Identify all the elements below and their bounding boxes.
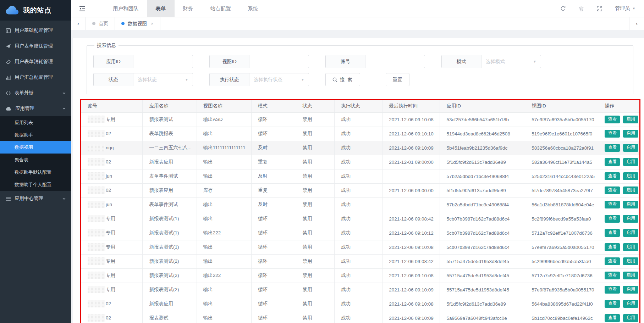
table-row-5: 02新报表应用库存重复禁用成功2021-12-06 09:00:005f1d5f… <box>81 183 639 197</box>
enable-button[interactable]: 启用 <box>623 201 638 208</box>
view-button[interactable]: 查看 <box>605 158 620 166</box>
cell-account: 02 <box>81 311 143 323</box>
cell-view-id: 583256e60cbca18a272a0f91 <box>525 141 598 155</box>
cell-view-name: 输出 <box>197 169 251 183</box>
nav-tab-3[interactable]: 站点配置 <box>202 0 240 17</box>
nav-tab-0[interactable]: 用户和团队 <box>104 0 147 17</box>
text-input[interactable] <box>249 55 309 68</box>
sidebar-item-6[interactable]: 应用中心管理 <box>0 191 71 206</box>
eraser-icon <box>6 59 11 65</box>
view-button[interactable]: 查看 <box>605 300 620 308</box>
sidebar-item-label: 用户汇总配置管理 <box>15 74 53 80</box>
enable-button[interactable]: 启用 <box>623 272 638 279</box>
enable-button[interactable]: 启用 <box>623 172 638 180</box>
input-field-应用ID[interactable]: 应用ID <box>93 55 193 68</box>
input-field-视图ID[interactable]: 视图ID <box>209 55 309 68</box>
sidebar-item-2[interactable]: 用户表单消耗管理 <box>0 54 71 69</box>
view-button[interactable]: 查看 <box>605 186 620 194</box>
search-panel-title: 搜索信息 <box>94 42 119 49</box>
reset-button[interactable]: 重置 <box>386 73 409 86</box>
sidebar-subitem-2[interactable]: 数据视图 <box>0 141 71 154</box>
cell-app-id: 55715a475de5d1953d8def45 <box>440 268 525 283</box>
enable-button[interactable]: 启用 <box>623 144 638 152</box>
cell-app-name: 新报表测试 <box>143 112 197 127</box>
user-menu[interactable]: 管理员 ▼ <box>615 5 635 12</box>
enable-button[interactable]: 启用 <box>623 130 638 138</box>
enable-button[interactable]: 启用 <box>623 257 638 265</box>
redacted-block <box>88 257 105 265</box>
cell-account: 专用 <box>81 212 143 226</box>
text-input[interactable] <box>365 55 425 68</box>
view-button[interactable]: 查看 <box>605 116 620 123</box>
cell-mode: 循环 <box>251 254 296 268</box>
refresh-icon[interactable] <box>560 6 566 11</box>
nav-tab-4[interactable]: 系统 <box>240 0 267 17</box>
sidebar-item-1[interactable]: 用户表单赠送管理 <box>0 38 71 54</box>
close-icon[interactable]: × <box>151 21 154 26</box>
cell-account: 02 <box>81 297 143 311</box>
cell-last-time: 2021-12-06 09:10:09 <box>382 311 440 323</box>
tabs-scroll-left-icon[interactable]: ‹ <box>71 17 86 30</box>
enable-button[interactable]: 启用 <box>623 186 638 194</box>
select-value[interactable]: 选择执行状态▼ <box>249 73 309 86</box>
page-tab-1[interactable]: 数据视图× <box>115 17 160 30</box>
enable-button[interactable]: 启用 <box>623 243 638 251</box>
view-button[interactable]: 查看 <box>605 201 620 208</box>
sidebar-item-4[interactable]: 表单外链 <box>0 85 71 101</box>
enable-button[interactable]: 启用 <box>623 314 638 322</box>
cell-app-id: 5f1d5fc9f2d613c7add36e89 <box>440 297 525 311</box>
view-button[interactable]: 查看 <box>605 243 620 251</box>
enable-button[interactable]: 启用 <box>623 116 638 123</box>
sidebar-subitem-0[interactable]: 应用列表 <box>0 116 71 129</box>
enable-button[interactable]: 启用 <box>623 300 638 308</box>
cell-exec-status: 成功 <box>334 197 382 212</box>
select-value[interactable]: 选择状态▼ <box>133 73 193 86</box>
enable-button[interactable]: 启用 <box>623 158 638 166</box>
sidebar-subitem-1[interactable]: 数据助手 <box>0 129 71 141</box>
redacted-block <box>88 243 105 251</box>
sidebar-collapse-icon[interactable] <box>75 0 89 17</box>
cell-actions: 查看启用 <box>598 240 639 254</box>
view-button[interactable]: 查看 <box>605 172 620 180</box>
cell-last-time: 2021-12-06 09:10:08 <box>382 297 440 311</box>
view-button[interactable]: 查看 <box>605 130 620 138</box>
cell-account: jun <box>81 197 143 212</box>
view-button[interactable]: 查看 <box>605 144 620 152</box>
view-button[interactable]: 查看 <box>605 314 620 322</box>
nav-tab-2[interactable]: 财务 <box>175 0 202 17</box>
tabs-scroll-right-icon[interactable]: › <box>629 17 644 30</box>
account-text: 专用 <box>106 216 115 221</box>
page-tab-0[interactable]: 首页 <box>86 17 115 30</box>
sidebar-subitem-5[interactable]: 数据助手个人配置 <box>0 178 71 191</box>
sidebar-subitem-3[interactable]: 聚合表 <box>0 154 71 166</box>
view-button[interactable]: 查看 <box>605 272 620 279</box>
nav-tab-1[interactable]: 表单 <box>147 0 175 17</box>
select-value[interactable]: 选择模式▼ <box>481 55 541 68</box>
sidebar-subitem-4[interactable]: 数据助手默认配置 <box>0 166 71 178</box>
cell-view-name: 库存 <box>197 183 251 197</box>
sidebar-item-5[interactable]: 应用管理 <box>0 101 71 116</box>
select-field-模式[interactable]: 模式选择模式▼ <box>441 55 541 68</box>
trash-icon[interactable] <box>579 6 584 11</box>
sidebar-item-3[interactable]: 用户汇总配置管理 <box>0 69 71 85</box>
select-field-状态[interactable]: 状态选择状态▼ <box>93 73 193 86</box>
cell-view-name: 输出 <box>197 311 251 323</box>
chart-icon <box>6 75 11 80</box>
chevron-down-icon: ▼ <box>185 78 188 82</box>
select-field-执行状态[interactable]: 执行状态选择执行状态▼ <box>209 73 309 86</box>
view-button[interactable]: 查看 <box>605 229 620 237</box>
text-input[interactable] <box>133 55 193 68</box>
enable-button[interactable]: 启用 <box>623 215 638 223</box>
input-field-账号[interactable]: 账号 <box>325 55 425 68</box>
view-button[interactable]: 查看 <box>605 215 620 223</box>
view-button[interactable]: 查看 <box>605 286 620 294</box>
view-button[interactable]: 查看 <box>605 257 620 265</box>
cell-view-id: 525b2316144ccbc43e0122a5 <box>525 169 598 183</box>
cell-app-id: 57b2a5dbdd71bc3e490688f4 <box>440 169 525 183</box>
sidebar-item-0[interactable]: 用户基础配置管理 <box>0 23 71 38</box>
enable-button[interactable]: 启用 <box>623 229 638 237</box>
enable-button[interactable]: 启用 <box>623 286 638 294</box>
fullscreen-icon[interactable] <box>597 6 602 11</box>
search-button[interactable]: 搜 索 <box>325 73 360 86</box>
table-row-10: 专用新报表测试(2)输出循环禁用成功2021-12-06 09:08:42557… <box>81 254 639 268</box>
